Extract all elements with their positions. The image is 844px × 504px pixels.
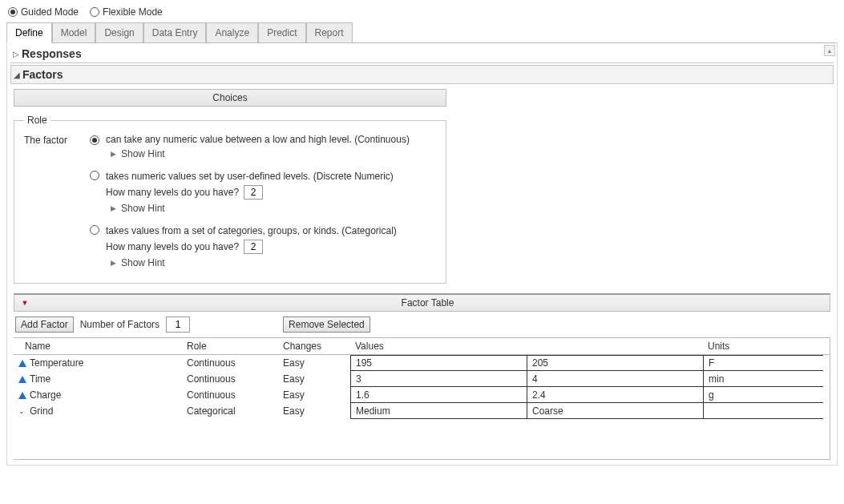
factor-name-cell[interactable]: ⌄Grind [14, 403, 182, 419]
factor-role[interactable]: Categorical [182, 403, 278, 419]
factor-value-low[interactable]: Medium [350, 403, 527, 419]
mode-selector: Guided Mode Flexible Mode [6, 3, 838, 22]
chevron-right-icon: ▷ [12, 50, 20, 58]
responses-title: Responses [22, 47, 82, 60]
col-values[interactable]: Values [350, 338, 527, 354]
factor-value-low[interactable]: 1.6 [350, 387, 527, 403]
categorical-levels-input[interactable] [244, 240, 263, 254]
factor-value-low[interactable]: 195 [350, 355, 527, 371]
factor-table-title: Factor Table [30, 297, 825, 308]
discrete-hint-toggle[interactable]: ▶ Show Hint [111, 203, 436, 214]
choices-label: Choices [212, 92, 247, 103]
factor-role[interactable]: Continuous [182, 355, 278, 371]
tab-data-entry[interactable]: Data Entry [143, 22, 207, 42]
role-fieldset: Role The factor can take any numeric val… [14, 115, 446, 284]
remove-selected-button[interactable]: Remove Selected [283, 317, 370, 333]
categorical-hint-toggle[interactable]: ▶ Show Hint [111, 257, 436, 268]
factor-name-cell[interactable]: Temperature [14, 355, 182, 371]
table-row[interactable]: TemperatureContinuousEasy195205F [14, 355, 830, 371]
col-changes[interactable]: Changes [278, 338, 350, 354]
chevron-right-icon: ▶ [111, 259, 116, 267]
factor-units[interactable] [703, 403, 823, 419]
factor-table-header: ▼ Factor Table [14, 293, 830, 312]
red-triangle-menu-icon[interactable]: ▼ [19, 298, 30, 308]
factor-name: Temperature [30, 357, 83, 369]
categorical-levels-prompt: How many levels do you have? [106, 241, 239, 252]
continuous-icon [18, 392, 26, 399]
factor-changes[interactable]: Easy [278, 403, 350, 419]
show-hint-label: Show Hint [121, 148, 165, 159]
factor-value-low[interactable]: 3 [350, 371, 527, 387]
tab-model[interactable]: Model [52, 22, 96, 42]
guided-mode-label: Guided Mode [21, 6, 79, 18]
show-hint-label: Show Hint [121, 257, 165, 268]
factor-role[interactable]: Continuous [182, 371, 278, 387]
tab-report[interactable]: Report [306, 22, 353, 42]
col-units[interactable]: Units [703, 338, 823, 354]
table-row[interactable]: TimeContinuousEasy34min [14, 371, 830, 387]
role-lead: The factor [24, 134, 88, 146]
factor-name: Time [30, 373, 50, 385]
factors-title: Factors [22, 68, 63, 81]
factor-name-cell[interactable]: Charge [14, 387, 182, 403]
continuous-hint-toggle[interactable]: ▶ Show Hint [111, 148, 436, 159]
define-panel: ▴ ▷ Responses ◢ Factors Choices Role The… [6, 43, 838, 466]
table-row[interactable]: ⌄GrindCategoricalEasyMediumCoarse [14, 403, 830, 419]
col-role[interactable]: Role [182, 338, 278, 354]
grid-header-row: Name Role Changes Values Units [14, 338, 830, 355]
num-factors-input[interactable] [166, 317, 190, 333]
factor-name: Grind [30, 405, 53, 417]
factor-changes[interactable]: Easy [278, 355, 350, 371]
scroll-up-icon[interactable]: ▴ [824, 45, 835, 56]
factor-units[interactable]: g [703, 387, 823, 403]
tab-define[interactable]: Define [6, 22, 52, 43]
continuous-radio[interactable] [90, 135, 99, 145]
chevron-right-icon: ▶ [111, 204, 116, 212]
chevron-down-icon: ⌄ [18, 407, 25, 415]
categorical-radio[interactable] [90, 225, 99, 235]
role-legend: Role [24, 115, 50, 126]
factor-role[interactable]: Continuous [182, 387, 278, 403]
factor-name: Charge [30, 389, 61, 401]
factor-grid: Name Role Changes Values Units Temperatu… [14, 337, 830, 460]
tab-predict[interactable]: Predict [258, 22, 305, 42]
chevron-right-icon: ▶ [111, 150, 116, 158]
guided-mode-radio[interactable] [8, 7, 18, 17]
factor-table: ▼ Factor Table Add Factor Number of Fact… [14, 293, 830, 460]
factor-units[interactable]: F [703, 355, 823, 371]
responses-header[interactable]: ▷ Responses [10, 45, 834, 63]
factor-value-high[interactable]: Coarse [527, 403, 703, 419]
factor-value-high[interactable]: 2.4 [527, 387, 703, 403]
continuous-label: can take any numeric value between a low… [106, 134, 436, 145]
flexible-mode-radio[interactable] [90, 7, 99, 17]
factor-changes[interactable]: Easy [278, 371, 350, 387]
discrete-levels-prompt: How many levels do you have? [106, 187, 239, 198]
tab-strip: Define Model Design Data Entry Analyze P… [6, 22, 838, 43]
num-factors-label: Number of Factors [80, 319, 160, 330]
categorical-label: takes values from a set of categories, g… [106, 225, 436, 236]
factor-name-cell[interactable]: Time [14, 371, 182, 387]
col-name[interactable]: Name [14, 338, 182, 354]
factor-units[interactable]: min [703, 371, 823, 387]
factors-header[interactable]: ◢ Factors [10, 65, 834, 84]
factor-value-high[interactable]: 4 [527, 371, 703, 387]
chevron-down-icon: ◢ [13, 71, 21, 79]
table-row[interactable]: ChargeContinuousEasy1.62.4g [14, 387, 830, 403]
add-factor-button[interactable]: Add Factor [15, 317, 74, 333]
tab-design[interactable]: Design [95, 22, 143, 42]
show-hint-label: Show Hint [121, 203, 165, 214]
flexible-mode-label: Flexible Mode [103, 6, 163, 18]
continuous-icon [18, 360, 26, 367]
discrete-radio[interactable] [90, 171, 99, 180]
factor-changes[interactable]: Easy [278, 387, 350, 403]
discrete-levels-input[interactable] [244, 185, 263, 200]
factor-value-high[interactable]: 205 [527, 355, 703, 371]
choices-bar[interactable]: Choices [14, 89, 446, 107]
continuous-icon [18, 376, 26, 383]
tab-analyze[interactable]: Analyze [206, 22, 258, 42]
discrete-label: takes numeric values set by user-defined… [106, 171, 436, 182]
